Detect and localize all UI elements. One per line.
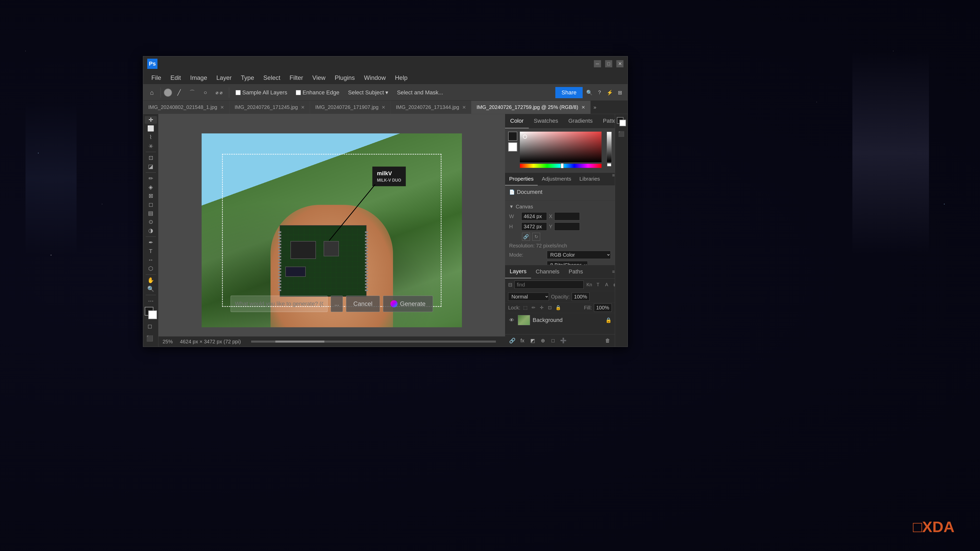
brush-hardness[interactable]: ⌀ ⌀ xyxy=(212,86,226,99)
properties-panel-menu[interactable]: ≡ xyxy=(612,173,615,186)
tool-selection[interactable]: ⬜ xyxy=(145,125,157,132)
lock-pixels[interactable]: ✏ xyxy=(531,305,537,311)
filter-attr[interactable]: A xyxy=(603,281,610,288)
filter-mode[interactable]: T xyxy=(594,281,601,288)
tool-hand[interactable]: ✋ xyxy=(145,276,157,284)
menu-image[interactable]: Image xyxy=(186,72,211,83)
menu-help[interactable]: Help xyxy=(391,72,412,83)
tab-adjustments[interactable]: Adjustments xyxy=(538,173,576,186)
tab-close-3[interactable]: ✕ xyxy=(462,105,466,110)
generate-input[interactable] xyxy=(231,295,328,312)
tab-1[interactable]: IMG_20240726_171245.jpg ✕ xyxy=(229,101,310,114)
sample-all-layers-checkbox[interactable] xyxy=(235,90,241,95)
addons-icon[interactable]: ⊞ xyxy=(615,88,625,97)
hue-slider[interactable] xyxy=(520,164,601,168)
opacity-input[interactable] xyxy=(572,292,590,301)
layers-search[interactable] xyxy=(514,281,584,289)
new-group-btn[interactable]: □ xyxy=(549,337,557,345)
tab-channels[interactable]: Channels xyxy=(531,265,564,278)
tab-overflow[interactable]: » xyxy=(590,104,600,110)
tab-close-0[interactable]: ✕ xyxy=(220,105,224,110)
bg-color-swatch[interactable] xyxy=(508,142,517,151)
menu-edit[interactable]: Edit xyxy=(166,72,185,83)
layers-panel-menu[interactable]: ≡ xyxy=(612,269,615,275)
mini-fg-bg[interactable] xyxy=(617,117,626,126)
canvas-chevron[interactable]: ▼ xyxy=(509,204,514,210)
lock-artboard[interactable]: ⊡ xyxy=(547,305,553,311)
generate-button[interactable]: Generate xyxy=(383,295,433,312)
discover-icon[interactable]: ⚡ xyxy=(605,88,614,97)
blend-mode-select[interactable]: Normal xyxy=(508,292,549,301)
lock-position[interactable]: ✛ xyxy=(539,305,545,311)
tool-eyedropper[interactable]: ✏ xyxy=(145,175,157,183)
add-adjustment-btn[interactable]: ⊕ xyxy=(539,337,547,345)
select-mask-btn[interactable]: Select and Mask... xyxy=(393,86,446,99)
tool-crop[interactable]: ⊡ xyxy=(145,154,157,162)
tool-dodge[interactable]: ◑ xyxy=(145,227,157,234)
tab-layers[interactable]: Layers xyxy=(505,265,531,278)
tab-color[interactable]: Color xyxy=(505,114,529,128)
tab-paths[interactable]: Paths xyxy=(564,265,587,278)
tool-magic-wand[interactable]: ⚹ xyxy=(145,142,157,150)
tool-brush[interactable]: ◈ xyxy=(145,183,157,191)
depth-select[interactable]: 8 Bits/Channel xyxy=(547,261,588,265)
tool-blur[interactable]: ⊙ xyxy=(145,218,157,226)
menu-type[interactable]: Type xyxy=(237,72,258,83)
tab-3[interactable]: IMG_20240726_171344.jpg ✕ xyxy=(391,101,471,114)
tab-close-4[interactable]: ✕ xyxy=(581,105,585,110)
menu-window[interactable]: Window xyxy=(360,72,390,83)
brush-style-2[interactable]: ⌒ xyxy=(186,86,198,99)
y-input[interactable] xyxy=(554,222,580,230)
tool-clone-stamp[interactable]: ⊠ xyxy=(145,192,157,200)
lock-all[interactable]: 🔒 xyxy=(555,305,561,311)
height-input[interactable] xyxy=(522,222,547,230)
tool-zoom[interactable]: 🔍 xyxy=(145,285,157,293)
mini-icon-1[interactable]: ⬛ xyxy=(617,129,626,138)
tab-properties[interactable]: Properties xyxy=(505,173,538,186)
select-subject-btn[interactable]: Select Subject ▾ xyxy=(345,86,392,99)
menu-select[interactable]: Select xyxy=(259,72,285,83)
brightness-slider[interactable] xyxy=(607,132,612,162)
tool-text[interactable]: T xyxy=(145,248,157,255)
tool-more[interactable]: ⋯ xyxy=(145,297,157,305)
cancel-button[interactable]: Cancel xyxy=(346,295,380,312)
sample-all-layers-btn[interactable]: Sample All Layers xyxy=(232,86,290,99)
x-input[interactable] xyxy=(554,212,580,221)
question-icon[interactable]: ? xyxy=(595,88,604,97)
link-width-height[interactable]: 🔗 xyxy=(522,233,530,241)
maximize-button[interactable]: □ xyxy=(605,60,612,67)
share-button[interactable]: Share xyxy=(555,87,583,98)
brush-style-1[interactable]: ╱ xyxy=(174,86,184,99)
link-layers-btn[interactable]: 🔗 xyxy=(508,337,516,345)
fill-input[interactable] xyxy=(594,303,612,312)
layer-item-background[interactable]: 👁 Background 🔒 xyxy=(505,313,615,327)
tab-4[interactable]: IMG_20240726_172759.jpg @ 25% (RGB/8) ✕ xyxy=(471,101,590,114)
layer-visibility-toggle[interactable]: 👁 xyxy=(508,317,515,324)
tab-libraries[interactable]: Libraries xyxy=(575,173,604,186)
layer-style-btn[interactable]: fx xyxy=(518,337,527,345)
new-layer-btn[interactable]: ➕ xyxy=(559,337,567,345)
tool-eraser[interactable]: ◻ xyxy=(145,201,157,208)
tab-close-2[interactable]: ✕ xyxy=(382,105,385,110)
menu-layer[interactable]: Layer xyxy=(212,72,236,83)
enhance-edge-btn[interactable]: Enhance Edge xyxy=(293,86,342,99)
tool-slice[interactable]: ◪ xyxy=(145,163,157,170)
add-mask-btn[interactable]: ◩ xyxy=(528,337,537,345)
tab-swatches[interactable]: Swatches xyxy=(529,114,563,128)
background-color[interactable] xyxy=(148,310,157,319)
tool-lasso[interactable]: ⌇ xyxy=(145,133,157,141)
menu-file[interactable]: File xyxy=(147,72,165,83)
tab-2[interactable]: IMG_20240726_171907.jpg ✕ xyxy=(310,101,391,114)
tool-shape[interactable]: ⬡ xyxy=(145,265,157,272)
tool-gradient[interactable]: ▤ xyxy=(145,210,157,217)
tool-move[interactable]: ✛ xyxy=(145,116,157,124)
tab-close-1[interactable]: ✕ xyxy=(301,105,305,110)
minimize-button[interactable]: ─ xyxy=(594,60,601,67)
scroll-bar[interactable] xyxy=(251,341,496,343)
width-input[interactable] xyxy=(522,212,547,221)
canvas-area[interactable]: milkV MILK-V DUO ... Cancel xyxy=(159,114,505,347)
filter-kind[interactable]: Kn xyxy=(586,281,593,288)
screen-mode-icon[interactable]: ⬛ xyxy=(144,332,156,345)
delete-layer-btn[interactable]: 🗑 xyxy=(604,337,612,345)
menu-view[interactable]: View xyxy=(308,72,330,83)
